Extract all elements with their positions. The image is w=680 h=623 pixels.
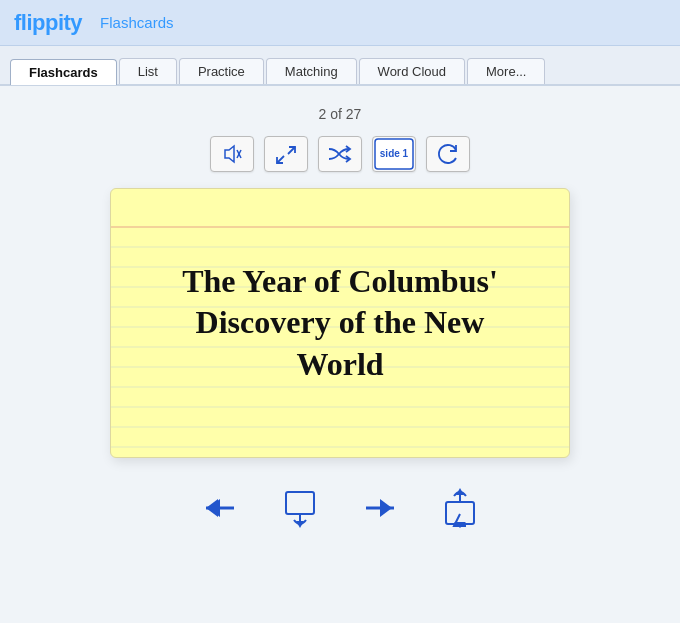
svg-marker-23 (456, 488, 464, 495)
tab-bar: Flashcards List Practice Matching Word C… (0, 46, 680, 86)
side-button[interactable]: side 1 (372, 136, 416, 172)
flip-left-button[interactable] (274, 484, 326, 532)
card-counter: 2 of 27 (319, 106, 362, 122)
mute-button[interactable] (210, 136, 254, 172)
main-content: 2 of 27 (0, 86, 680, 542)
tab-more[interactable]: More... (467, 58, 545, 84)
flip-right-button[interactable] (434, 484, 486, 532)
header-title: Flashcards (100, 14, 173, 31)
rotate-button[interactable] (426, 136, 470, 172)
flashcard-text: The Year of Columbus' Discovery of the N… (151, 261, 529, 386)
controls-row: side 1 (210, 136, 470, 172)
tab-practice[interactable]: Practice (179, 58, 264, 84)
svg-marker-0 (225, 146, 234, 162)
logo: flippity (14, 10, 82, 36)
svg-line-3 (277, 156, 284, 163)
svg-rect-20 (286, 492, 314, 514)
flashcard-content: The Year of Columbus' Discovery of the N… (111, 189, 569, 457)
svg-rect-22 (446, 502, 474, 524)
svg-text:side 1: side 1 (380, 148, 409, 159)
back-button[interactable] (194, 484, 246, 532)
bottom-nav (194, 484, 486, 532)
header: flippity Flashcards (0, 0, 680, 46)
tab-matching[interactable]: Matching (266, 58, 357, 84)
forward-button[interactable] (354, 484, 406, 532)
shuffle-button[interactable] (318, 136, 362, 172)
tab-flashcards[interactable]: Flashcards (10, 59, 117, 85)
fullscreen-button[interactable] (264, 136, 308, 172)
svg-line-4 (288, 147, 295, 154)
flashcard[interactable]: The Year of Columbus' Discovery of the N… (110, 188, 570, 458)
svg-marker-21 (296, 521, 304, 528)
tab-list[interactable]: List (119, 58, 177, 84)
tab-wordcloud[interactable]: Word Cloud (359, 58, 465, 84)
